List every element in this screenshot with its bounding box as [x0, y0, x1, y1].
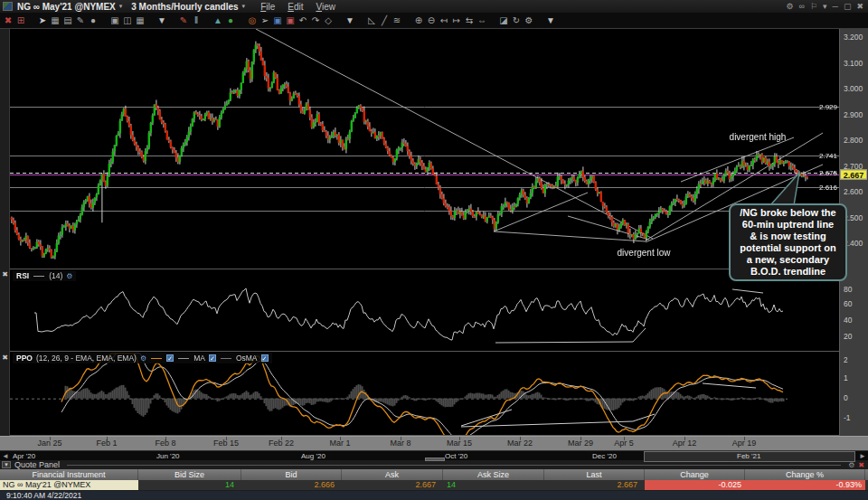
time-axis-label: Feb 15	[213, 439, 239, 448]
indicators-menu-icon[interactable]: ▼	[156, 14, 168, 27]
rsi-panel-canvas[interactable]	[10, 269, 839, 351]
time-axis-label: Apr 5	[614, 439, 634, 448]
layout-icon[interactable]: ▦	[134, 14, 146, 27]
pitchfork-icon[interactable]: ▲	[212, 14, 224, 27]
minimize-icon[interactable]: ─	[833, 2, 838, 11]
symbol-caret-icon[interactable]: ▾	[119, 3, 123, 10]
multiline-icon[interactable]: ≋	[391, 14, 403, 27]
ma-checkbox[interactable]: ✓	[209, 354, 216, 362]
zoom-out-icon[interactable]: ⊖	[425, 14, 438, 27]
quote-table-header: Financial InstrumentBid SizeBidAskAsk Si…	[0, 469, 868, 480]
shift-left-icon[interactable]: ↤	[438, 14, 450, 27]
quote-column-header[interactable]: Bid Size	[138, 469, 241, 480]
undo-icon[interactable]: ↶	[297, 14, 309, 27]
annotation-divergent-high: divergent high	[730, 132, 787, 142]
chart-workspace: ✖ ✖ RSI (14) ⚙ PPO (12, 26, 9 - EMA, EMA…	[0, 28, 868, 460]
pin-caret-icon[interactable]: ▾	[823, 2, 827, 11]
note-red-icon[interactable]: ▣	[284, 14, 297, 27]
timeframe-caret-icon[interactable]: ▾	[242, 3, 246, 10]
time-axis[interactable]: Jan 25Feb 1Feb 8Feb 15Feb 22Mar 1Mar 8Ma…	[0, 436, 868, 450]
quote-instrument-cell[interactable]: NG ∞ May'21 @NYMEX	[0, 480, 138, 490]
eraser-icon[interactable]: ◪	[497, 14, 510, 27]
quote-column-header[interactable]: Financial Instrument	[0, 469, 138, 480]
quote-column-header[interactable]: Bid	[241, 469, 342, 480]
tools-menu-icon[interactable]: ▼	[544, 14, 557, 27]
price-rsi-divider[interactable]	[10, 269, 839, 269]
restore-icon[interactable]: ▢	[844, 2, 852, 11]
target-icon[interactable]: ◎	[246, 14, 259, 27]
ppo-axis-tick: -1	[844, 413, 851, 422]
symbol-title[interactable]: NG ∞ May'21 @NYMEX	[17, 2, 116, 12]
pointer-tool-icon[interactable]: ➤	[36, 14, 49, 27]
brush-icon[interactable]: ✎	[74, 14, 87, 27]
quote-panel-rule	[67, 465, 841, 466]
price-axis-tick: 3.200	[844, 33, 863, 42]
fibonacci-icon[interactable]: ●	[224, 14, 237, 27]
shift-right-icon[interactable]: ↦	[450, 14, 463, 27]
snap-grid-icon[interactable]: ⊞	[14, 14, 27, 27]
quote-panel-resize-handle[interactable]	[425, 458, 445, 461]
scrollbar-date-label: Dec '20	[592, 452, 617, 460]
draw-menu-icon[interactable]: ▼	[344, 14, 356, 27]
quote-close-icon[interactable]: ✖	[858, 461, 864, 469]
osma-checkbox[interactable]: ✓	[261, 354, 269, 362]
ppo-line-sample	[151, 358, 162, 359]
expand-icon[interactable]: ⇔	[476, 14, 488, 27]
rsi-ppo-divider[interactable]	[10, 351, 839, 352]
scroll-left-icon[interactable]: ◄	[2, 452, 9, 460]
print-icon[interactable]: ▤	[61, 14, 74, 27]
settings-icon[interactable]: ⚙	[786, 2, 793, 11]
level-price-label: 2.675	[810, 168, 837, 176]
shape-icon[interactable]: ◇	[322, 14, 335, 27]
zoom-in-icon[interactable]: ⊕	[412, 14, 425, 27]
ppo-label: PPO	[16, 354, 33, 363]
ppo-settings-icon[interactable]: ⚙	[140, 354, 146, 363]
refresh-icon[interactable]: ↻	[510, 14, 523, 27]
scrollbar-date-label: Aug '20	[301, 452, 326, 460]
quote-panel-title: Quote Panel	[14, 460, 60, 469]
scrollbar-date-label: Oct '20	[445, 452, 467, 460]
ppo-panel-canvas[interactable]	[10, 352, 839, 435]
quote-panel-collapse-icon[interactable]: ▼	[2, 461, 11, 468]
quote-column-header[interactable]: Change	[645, 469, 745, 480]
ellipse-tool-icon[interactable]: ●	[87, 14, 99, 27]
quote-column-header[interactable]: Ask	[342, 469, 443, 480]
grid-tool-icon[interactable]: ▦	[49, 14, 61, 27]
trendline-icon[interactable]: ╱	[378, 14, 391, 27]
select-cursor-icon[interactable]: ➢	[259, 14, 271, 27]
quote-column-header[interactable]: Last	[544, 469, 645, 480]
panel-left-strip: ✖ ✖	[0, 29, 10, 436]
menu-view[interactable]: View	[316, 2, 335, 12]
note-blue-icon[interactable]: ▣	[271, 14, 284, 27]
wrench-icon[interactable]: ⚙	[523, 14, 535, 27]
timeframe-selector[interactable]: 3 Months/Hourly candles	[131, 2, 238, 12]
quote-change: -0.025	[645, 480, 745, 490]
draw-pencil-icon[interactable]: ✎	[177, 14, 190, 27]
scroll-right-icon[interactable]: ►	[859, 452, 866, 460]
link-icon[interactable]: ∞	[799, 2, 805, 11]
quote-column-header[interactable]: Change %	[745, 469, 865, 480]
pin-icon[interactable]: ⚐	[810, 2, 817, 11]
callout-note[interactable]: /NG broke below the 60-min uptrend line …	[729, 203, 847, 281]
rsi-settings-icon[interactable]: ⚙	[66, 272, 72, 280]
time-axis-label: Mar 1	[329, 439, 350, 448]
image-icon[interactable]: ◫	[121, 14, 134, 27]
menu-edit[interactable]: Edit	[288, 2, 303, 12]
volume-profile-icon[interactable]: ‖	[190, 14, 203, 27]
quote-column-header[interactable]: Ask Size	[443, 469, 544, 480]
ppo-checkbox[interactable]: ✓	[166, 354, 174, 362]
ruler-icon[interactable]: ◺	[365, 14, 378, 27]
time-axis-label: Mar 15	[447, 439, 472, 448]
close-icon[interactable]: ✖	[856, 2, 863, 11]
close-chart-icon[interactable]: ✖	[2, 14, 14, 27]
price-chart-canvas[interactable]	[10, 29, 839, 269]
redo-icon[interactable]: ↷	[309, 14, 322, 27]
ppo-close-icon[interactable]: ✖	[1, 354, 9, 362]
time-axis-label: Feb 22	[269, 439, 294, 448]
menu-file[interactable]: File	[260, 2, 275, 12]
drawing-toolbar: ✖⊞➤▦▤✎●▣◫▦▼✎‖▲●◎➢▣▣↶↷◇▼◺╱≋⊕⊖↤↦⇆⇔◪↻⚙▼	[0, 13, 868, 28]
snapshot-icon[interactable]: ▣	[108, 14, 121, 27]
rsi-close-icon[interactable]: ✖	[1, 271, 9, 278]
price-axis-tick: 2.900	[844, 110, 863, 119]
compress-icon[interactable]: ⇆	[463, 14, 476, 27]
